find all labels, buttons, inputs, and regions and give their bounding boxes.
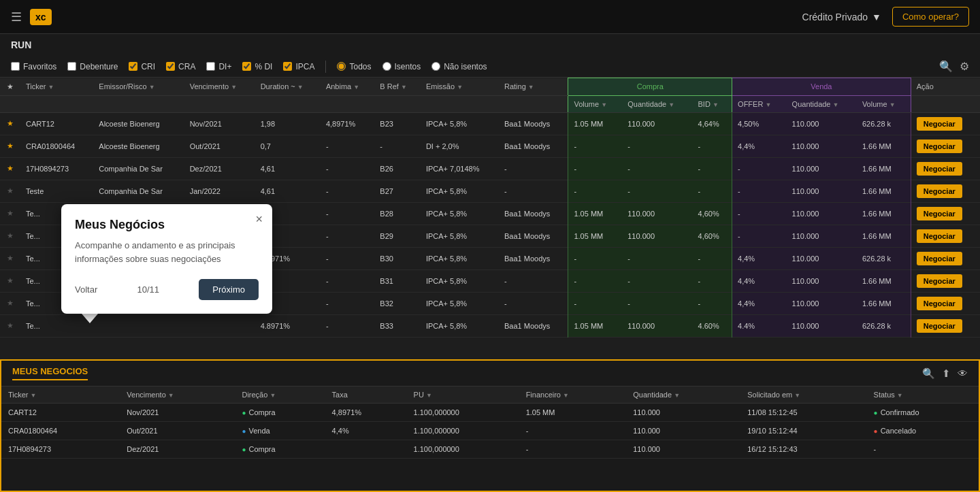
negociar-button[interactable]: Negociar: [917, 274, 962, 288]
star-cell[interactable]: ★: [0, 314, 20, 337]
star-empty-icon[interactable]: ★: [7, 276, 14, 284]
bottom-search-icon[interactable]: 🔍: [922, 367, 935, 380]
emissor-cell: Companhia De Sar: [93, 157, 184, 180]
bottom-header-ticker[interactable]: Ticker ▼: [1, 387, 120, 404]
sub-volume-v[interactable]: Volume ▼: [857, 95, 911, 112]
isentos-radio[interactable]: [382, 62, 391, 71]
star-cell[interactable]: ★: [0, 269, 20, 292]
bottom-table-row: CRA01800464 Out/2021 ●Venda 4,4% 1.100,0…: [1, 422, 979, 440]
hamburger-icon[interactable]: ☰: [11, 10, 22, 24]
star-cell[interactable]: ★: [0, 157, 20, 180]
debenture-checkbox[interactable]: [67, 62, 76, 71]
negociar-button[interactable]: Negociar: [917, 252, 962, 265]
star-cell[interactable]: ★: [0, 112, 20, 135]
filter-debenture[interactable]: Debenture: [67, 62, 118, 71]
star-empty-icon[interactable]: ★: [7, 299, 14, 307]
di-plus-checkbox[interactable]: [206, 62, 215, 71]
cri-checkbox[interactable]: [129, 62, 137, 71]
negociar-button[interactable]: Negociar: [917, 297, 962, 310]
bottom-header-status[interactable]: Status ▼: [867, 387, 979, 404]
header-anbima[interactable]: Anbima ▼: [321, 78, 374, 96]
negociar-button[interactable]: Negociar: [917, 319, 962, 333]
bottom-header-financeiro[interactable]: Financeiro ▼: [519, 387, 627, 404]
filter-di-plus[interactable]: DI+: [206, 62, 231, 71]
bottom-header-taxa[interactable]: Taxa: [325, 387, 407, 404]
bottom-header-solicitado-em[interactable]: Solicitado em ▼: [740, 387, 866, 404]
star-cell[interactable]: ★: [0, 247, 20, 269]
ipca-checkbox[interactable]: [283, 62, 292, 71]
filter-ipca[interactable]: IPCA: [283, 62, 314, 71]
sub-offer[interactable]: OFFER ▼: [732, 95, 787, 112]
negociar-button[interactable]: Negociar: [917, 184, 962, 198]
rating-cell: Baa1 Moodys: [499, 202, 568, 225]
quantidade-c-cell: -: [622, 135, 692, 157]
sub-bid[interactable]: BID ▼: [693, 95, 732, 112]
star-filled-icon[interactable]: ★: [7, 119, 14, 127]
filter-cri[interactable]: CRI: [129, 62, 155, 71]
star-empty-icon[interactable]: ★: [7, 231, 14, 240]
offer-cell: 4,50%: [732, 112, 787, 135]
header-duration[interactable]: Duration ~ ▼: [255, 78, 321, 96]
bottom-header-pu[interactable]: PU ▼: [407, 387, 519, 404]
ticker-cell: 17H0894273: [20, 157, 93, 180]
star-empty-icon[interactable]: ★: [7, 209, 14, 217]
header-rating[interactable]: Rating ▼: [499, 78, 568, 96]
bottom-header-quantidade[interactable]: Quantidade ▼: [626, 387, 740, 404]
bottom-header-vencimento[interactable]: Vencimento ▼: [120, 387, 235, 404]
tooltip-arrow: [82, 314, 98, 323]
star-empty-icon[interactable]: ★: [7, 186, 14, 195]
header-emissor[interactable]: Emissor/Risco ▼: [93, 78, 184, 96]
header-ticker[interactable]: Ticker ▼: [20, 78, 93, 96]
sub-quantidade-v[interactable]: Quantidade ▼: [787, 95, 857, 112]
header-star[interactable]: ★: [0, 78, 20, 96]
star-filled-icon[interactable]: ★: [7, 142, 14, 150]
star-cell[interactable]: ★: [0, 225, 20, 247]
filter-nao-isentos[interactable]: Não isentos: [431, 62, 487, 71]
search-icon[interactable]: 🔍: [939, 60, 953, 73]
star-cell[interactable]: ★: [0, 292, 20, 314]
volume-v-cell: 1.66 MM: [857, 269, 911, 292]
nao-isentos-radio[interactable]: [431, 62, 440, 71]
bid-cell: -: [693, 269, 732, 292]
credit-privado-dropdown[interactable]: Crédito Privado ▼: [802, 12, 881, 22]
filter-icons: 🔍 ⚙: [939, 60, 969, 73]
star-cell[interactable]: ★: [0, 135, 20, 157]
header-b-ref[interactable]: B Ref ▼: [374, 78, 421, 96]
tooltip-proximo-button[interactable]: Próximo: [199, 279, 259, 300]
sub-quantidade-c[interactable]: Quantidade ▼: [622, 95, 692, 112]
bottom-export-icon[interactable]: ⬆: [942, 367, 951, 380]
b-ref-cell: B29: [374, 225, 421, 247]
header-emissao[interactable]: Emissão ▼: [421, 78, 499, 96]
como-operar-button[interactable]: Como operar?: [892, 7, 969, 27]
percent-di-checkbox[interactable]: [242, 62, 251, 71]
negociar-button[interactable]: Negociar: [917, 117, 962, 131]
filter-cra[interactable]: CRA: [166, 62, 195, 71]
negociar-button[interactable]: Negociar: [917, 140, 962, 153]
star-filled-icon[interactable]: ★: [7, 164, 14, 172]
settings-icon[interactable]: ⚙: [960, 60, 969, 73]
header-vencimento[interactable]: Vencimento ▼: [184, 78, 255, 96]
star-cell[interactable]: ★: [0, 202, 20, 225]
star-cell[interactable]: ★: [0, 180, 20, 202]
quantidade-c-cell: 110.000: [622, 112, 692, 135]
vencimento-cell: Out/2021: [184, 135, 255, 157]
bottom-hide-icon[interactable]: 👁: [958, 367, 968, 379]
bottom-header-direcao[interactable]: Direção ▼: [235, 387, 325, 404]
filter-favoritos[interactable]: Favoritos: [11, 62, 56, 71]
negociar-button[interactable]: Negociar: [917, 207, 962, 220]
negociar-button[interactable]: Negociar: [917, 229, 962, 243]
tooltip-close-button[interactable]: ×: [255, 212, 263, 227]
favoritos-checkbox[interactable]: [11, 62, 20, 71]
star-empty-icon[interactable]: ★: [7, 321, 14, 329]
star-empty-icon[interactable]: ★: [7, 254, 14, 262]
filter-isentos[interactable]: Isentos: [382, 62, 421, 71]
todos-radio[interactable]: [337, 62, 346, 71]
cra-checkbox[interactable]: [166, 62, 175, 71]
acao-cell: Negociar: [911, 314, 980, 337]
tooltip-voltar-button[interactable]: Voltar: [75, 284, 97, 295]
filter-percent-di[interactable]: % DI: [242, 62, 272, 71]
dropdown-arrow-icon: ▼: [872, 12, 881, 22]
filter-todos[interactable]: Todos: [337, 62, 371, 71]
negociar-button[interactable]: Negociar: [917, 162, 962, 176]
sub-volume-c[interactable]: Volume ▼: [568, 95, 622, 112]
